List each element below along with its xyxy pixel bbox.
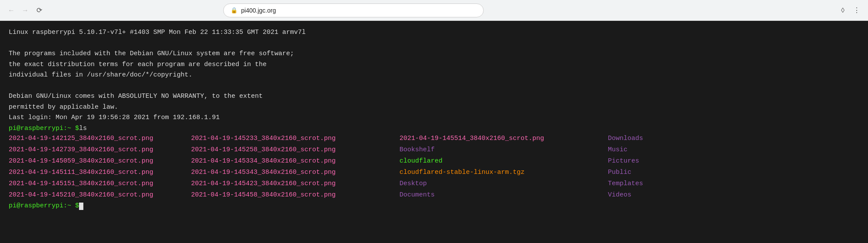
list-item-col3-2: cloudflared [399,156,608,166]
list-item-col3-0: 2021-04-19-145514_3840x2160_scrot.png [399,133,608,144]
motd-line-2: The programs included with the Debian GN… [9,49,859,59]
nav-buttons: ← → ⟳ [5,4,45,17]
browser-chrome: ← → ⟳ 🔒 pi400.jgc.org ◊ ⋮ [0,0,868,21]
list-item: 2021-04-19-142125_3840x2160_scrot.png [9,133,191,144]
extensions-button[interactable]: ◊ [837,4,849,17]
motd-line-4: individual files in /usr/share/doc/*/cop… [9,70,859,80]
reload-button[interactable]: ⟳ [33,4,45,17]
list-item: 2021-04-19-145343_3840x2160_scrot.png [191,167,399,178]
motd-line-6: permitted by applicable law. [9,103,859,113]
prompt-line-2: pi@raspberrypi:~ $ [9,201,859,211]
list-item-col3-3: cloudflared-stable-linux-arm.tgz [399,167,608,178]
motd-line-1: Linux raspberrypi 5.10.17-v7l+ #1403 SMP… [9,28,859,38]
list-item-col3-4: Desktop [399,179,608,189]
ls-output: 2021-04-19-142125_3840x2160_scrot.png 20… [9,133,859,201]
cmd-1: ls [79,124,87,134]
list-item-col4-1: Music [608,145,695,155]
menu-button[interactable]: ⋮ [851,4,863,17]
motd-line-5: Debian GNU/Linux comes with ABSOLUTELY N… [9,92,859,102]
url-text: pi400.jgc.org [241,7,276,14]
list-item-col4-2: Pictures [608,156,695,166]
address-bar[interactable]: 🔒 pi400.jgc.org [223,3,484,17]
list-item-col3-5: Documents [399,190,608,200]
list-item: 2021-04-19-145423_3840x2160_scrot.png [191,179,399,189]
motd-blank-2 [9,81,859,91]
lock-icon: 🔒 [231,7,238,14]
list-item: 2021-04-19-142739_3840x2160_scrot.png [9,145,191,155]
ls-col-3: 2021-04-19-145514_3840x2160_scrot.png Bo… [399,133,608,201]
list-item: 2021-04-19-145111_3840x2160_scrot.png [9,167,191,178]
list-item: 2021-04-19-145233_3840x2160_scrot.png [191,133,399,144]
list-item-col4-0: Downloads [608,133,695,144]
back-button[interactable]: ← [5,4,17,17]
ls-col-4: Downloads Music Pictures Public Template… [608,133,695,201]
motd-line-3: the exact distribution terms for each pr… [9,60,859,70]
prompt-1: pi@raspberrypi:~ $ [9,124,79,134]
list-item: 2021-04-19-145258_3840x2160_scrot.png [191,145,399,155]
terminal: Linux raspberrypi 5.10.17-v7l+ #1403 SMP… [0,21,868,243]
list-item-col4-4: Templates [608,179,695,189]
list-item: 2021-04-19-145458_3840x2160_scrot.png [191,190,399,200]
list-item-col4-3: Public [608,167,695,178]
list-item: 2021-04-19-145334_3840x2160_scrot.png [191,156,399,166]
list-item-col4-5: Videos [608,190,695,200]
list-item-col3-1: Bookshelf [399,145,608,155]
cursor [79,203,83,210]
motd-line-7: Last login: Mon Apr 19 19:56:28 2021 fro… [9,113,859,123]
list-item: 2021-04-19-145210_3840x2160_scrot.png [9,190,191,200]
forward-button[interactable]: → [19,4,31,17]
prompt-line-1: pi@raspberrypi:~ $ ls [9,124,859,134]
browser-actions: ◊ ⋮ [837,4,863,17]
list-item: 2021-04-19-145059_3840x2160_scrot.png [9,156,191,166]
motd-blank-1 [9,39,859,49]
list-item: 2021-04-19-145151_3840x2160_scrot.png [9,179,191,189]
prompt-2: pi@raspberrypi:~ $ [9,201,79,211]
ls-col-2: 2021-04-19-145233_3840x2160_scrot.png 20… [191,133,399,201]
ls-col-1: 2021-04-19-142125_3840x2160_scrot.png 20… [9,133,191,201]
